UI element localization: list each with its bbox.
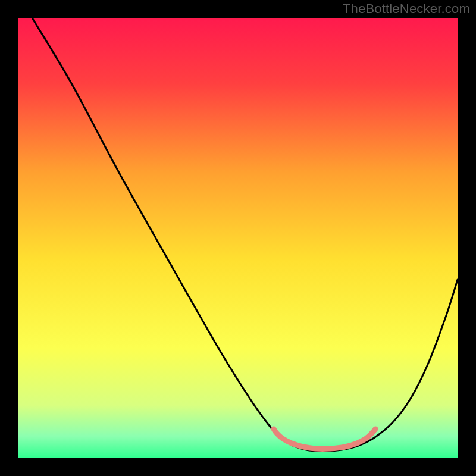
watermark-text: TheBottleNecker.com [343,1,470,17]
plot-background [18,18,458,458]
chart-root: { "watermark": "TheBottleNecker.com", "c… [0,0,476,476]
bottleneck-chart [0,0,476,476]
